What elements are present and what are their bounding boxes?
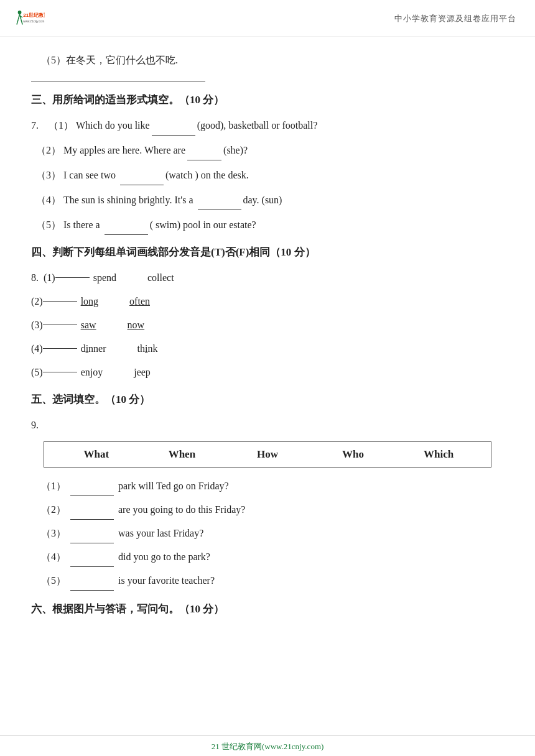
q4-blank3 — [43, 325, 77, 325]
q4-blank4 — [43, 348, 77, 349]
section4-heading: 四、判断下列每组单词画线部分发音是(T)否(F)相同（10 分） — [31, 245, 504, 259]
q3-label: 7. — [31, 120, 39, 131]
q3-blank4 — [198, 210, 241, 210]
q3-item1-after: (good), basketball or football? — [197, 120, 318, 131]
word-option-when: When — [149, 448, 216, 461]
q4-word2-1: long — [81, 292, 98, 311]
s5-blank4 — [70, 566, 114, 567]
q4-blank1 — [55, 277, 90, 278]
q3-blank2 — [187, 160, 221, 160]
q3-item4-label: （4） — [36, 195, 61, 205]
sentence-5: （5）在冬天，它们什么也不吃. — [41, 52, 504, 70]
q4-label: 8. (1) — [31, 268, 55, 288]
q4-label2: (2) — [31, 292, 43, 311]
q3-blank1 — [152, 135, 195, 136]
s5-item4: （4） did you go to the park? — [41, 547, 504, 567]
q3-item5-before: Is there a — [63, 219, 103, 230]
section3-heading: 三、用所给词的适当形式填空。（10 分） — [31, 93, 504, 107]
svg-line-4 — [21, 19, 22, 24]
q4-label4: (4) — [31, 339, 43, 359]
s5-item2: （2） are you going to do this Friday? — [41, 500, 504, 520]
s5-text2: are you going to do this Friday? — [118, 504, 245, 515]
q3-blank5 — [105, 234, 148, 235]
logo-area: 21世纪教育 www.21cnjy.com — [12, 6, 45, 31]
q4-word4-1: dinner — [81, 339, 106, 359]
s5-item3: （3） was your last Friday? — [41, 523, 504, 543]
q4-item1: 8. (1) spend collect — [31, 268, 504, 288]
q4-label3: (3) — [31, 315, 43, 335]
s5-text3: was your last Friday? — [118, 528, 203, 538]
q3-item2-label: （2） — [36, 145, 61, 155]
q4-label5: (5) — [31, 362, 43, 382]
s5-label2: （2） — [41, 504, 66, 515]
q4-item5: (5) enjoy jeep — [31, 362, 504, 382]
q3-item5: （5） Is there a ( swim) pool in our estat… — [31, 215, 504, 235]
section-divider — [31, 81, 205, 81]
q3-item3-after: (watch ) on the desk. — [165, 170, 249, 180]
q4-word5-1: enjoy — [81, 362, 103, 382]
section6-heading: 六、根据图片与答语，写问句。（10 分） — [31, 602, 504, 616]
page-header: 21世纪教育 www.21cnjy.com 中小学教育资源及组卷应用平台 — [0, 0, 535, 37]
q3-item4-before: The sun is shining brightly. It's a — [63, 195, 196, 205]
section3-q-number: 7. （1） Which do you like(good), basketba… — [31, 116, 504, 136]
page-footer: 21 世纪教育网(www.21cnjy.com) — [0, 735, 535, 756]
q3-item3: （3） I can see two (watch ) on the desk. — [31, 165, 504, 185]
q4-word1-2: collect — [147, 268, 174, 288]
footer-text: 21 世纪教育网(www.21cnjy.com) — [212, 742, 324, 751]
word-option-which: Which — [405, 448, 472, 461]
q3-item2: （2） My apples are here. Where are(she)? — [31, 141, 504, 160]
section5-q-number: 9. — [31, 415, 504, 435]
s5-blank3 — [70, 543, 114, 543]
word-option-who: Who — [320, 448, 387, 461]
q3-item1-before: Which do you like — [76, 120, 150, 131]
svg-text:21世纪教育: 21世纪教育 — [23, 12, 45, 18]
q3-item3-before: I can see two — [63, 170, 118, 180]
q3-item2-before: My apples are here. Where are — [63, 145, 185, 155]
q3-item1-label: （1） — [49, 120, 73, 131]
q3-item5-label: （5） — [36, 219, 61, 230]
s5-item1: （1） park will Ted go on Friday? — [41, 476, 504, 496]
word-options-box: What When How Who Which — [44, 441, 491, 468]
q3-item3-label: （3） — [36, 170, 61, 180]
header-right-text: 中小学教育资源及组卷应用平台 — [394, 13, 516, 24]
word-option-what: What — [63, 448, 130, 461]
q3-blank3 — [120, 185, 164, 185]
s5-text5: is your favorite teacher? — [118, 575, 215, 586]
q3-item5-after: ( swim) pool in our estate? — [150, 219, 256, 230]
s5-label5: （5） — [41, 575, 66, 586]
q4-item4: (4) dinner think — [31, 339, 504, 359]
word-option-how: How — [234, 448, 301, 461]
s5-label4: （4） — [41, 551, 66, 562]
q4-word2-2: often — [129, 292, 150, 311]
s5-blank2 — [70, 519, 114, 520]
s5-text1: park will Ted go on Friday? — [118, 481, 229, 491]
q4-word4-2: think — [137, 339, 158, 359]
main-content: （5）在冬天，它们什么也不吃. 三、用所给词的适当形式填空。（10 分） 7. … — [0, 37, 535, 662]
q3-item4: （4） The sun is shining brightly. It's a … — [31, 190, 504, 210]
logo-icon: 21世纪教育 www.21cnjy.com — [12, 6, 45, 31]
s5-text4: did you go to the park? — [118, 551, 210, 562]
q4-item3: (3) saw now — [31, 315, 504, 335]
svg-text:www.21cnjy.com: www.21cnjy.com — [23, 20, 44, 23]
q3-item2-after: (she)? — [223, 145, 248, 155]
q3-item4-after: day. (sun) — [243, 195, 282, 205]
q4-blank2 — [43, 301, 77, 302]
svg-point-0 — [18, 11, 22, 14]
q4-item2: (2) long often — [31, 292, 504, 311]
s5-blank1 — [70, 496, 114, 496]
section5-heading: 五、选词填空。（10 分） — [31, 392, 504, 407]
svg-line-3 — [17, 19, 18, 24]
s5-item5: （5） is your favorite teacher? — [41, 571, 504, 591]
q4-word3-1: saw — [81, 315, 96, 335]
s5-blank5 — [70, 590, 114, 591]
q4-word1-1: spend — [93, 268, 116, 288]
q4-word3-2: now — [128, 315, 145, 335]
q4-word5-2: jeep — [134, 362, 151, 382]
q4-blank5 — [43, 372, 77, 372]
s5-label3: （3） — [41, 528, 66, 538]
s5-label1: （1） — [41, 481, 66, 491]
